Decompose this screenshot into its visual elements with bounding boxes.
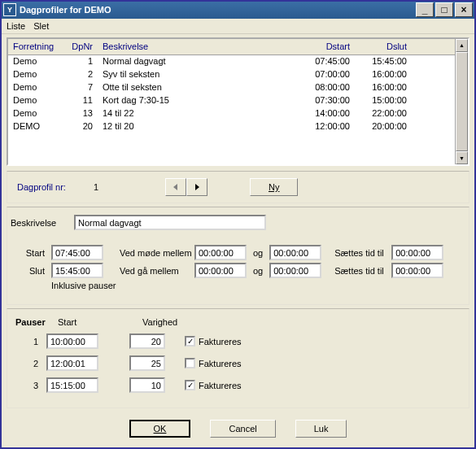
- cell-dstart: 07:45:00: [298, 55, 355, 68]
- table-row[interactable]: Demo7Otte til seksten08:00:0016:00:00: [8, 81, 455, 94]
- col-dslut[interactable]: Dslut: [355, 39, 412, 54]
- cell-dpnr: 2: [57, 68, 98, 81]
- dialog-window: Y Dagprofiler for DEMO _ □ × Liste Slet …: [0, 0, 476, 449]
- ga-from-input[interactable]: [194, 263, 247, 278]
- faktureres-label: Faktureres: [199, 337, 242, 347]
- mode-to-input[interactable]: [269, 245, 321, 260]
- cell-dpnr: 13: [57, 107, 98, 120]
- ved-mode-label: Ved møde mellem: [120, 248, 194, 258]
- cell-dslut: 20:00:00: [355, 120, 412, 133]
- cell-dstart: 12:00:00: [298, 120, 355, 133]
- pauser-row: 2Faktureres: [15, 355, 461, 371]
- cell-beskrivelse: 12 til 20: [98, 120, 298, 133]
- cell-forretning: Demo: [8, 68, 57, 81]
- pauser-duration-input[interactable]: [129, 355, 165, 371]
- slut-label: Slut: [11, 266, 45, 276]
- menu-liste[interactable]: Liste: [7, 21, 25, 31]
- pauser-duration-input[interactable]: [129, 333, 165, 349]
- col-dpnr[interactable]: DpNr: [57, 39, 98, 54]
- og-label-1: og: [253, 248, 263, 258]
- col-beskrivelse[interactable]: Beskrivelse: [98, 39, 298, 54]
- pauser-number: 1: [15, 337, 38, 347]
- pauser-start-header: Start: [58, 317, 116, 327]
- table-row[interactable]: Demo2Syv til seksten07:00:0016:00:00: [8, 68, 455, 81]
- cell-dslut: 22:00:00: [355, 107, 412, 120]
- start-input[interactable]: [51, 245, 103, 260]
- pauser-number: 3: [15, 381, 38, 390]
- sattes-label-2: Sættes tid til: [334, 266, 391, 276]
- titlebar: Y Dagprofiler for DEMO _ □ ×: [2, 2, 474, 19]
- cell-beskrivelse: Kort dag 7:30-15: [98, 94, 298, 107]
- cell-dpnr: 20: [57, 120, 98, 133]
- nav-next-button[interactable]: [186, 178, 207, 196]
- start-label: Start: [11, 248, 45, 258]
- cell-forretning: Demo: [8, 55, 57, 68]
- pauser-number: 2: [15, 359, 38, 368]
- chevron-right-icon: [193, 183, 201, 191]
- pauser-duration-input[interactable]: [129, 377, 165, 393]
- faktureres-checkbox[interactable]: ✓: [185, 336, 195, 347]
- vertical-scrollbar[interactable]: ▲ ▼: [455, 39, 468, 164]
- cell-forretning: Demo: [8, 107, 57, 120]
- faktureres-checkbox[interactable]: [185, 358, 195, 368]
- cell-beskrivelse: 14 til 22: [98, 107, 298, 120]
- dagprofil-label: Dagprofil nr:: [17, 182, 89, 192]
- faktureres-checkbox[interactable]: ✓: [185, 380, 195, 390]
- close-button[interactable]: ×: [455, 2, 473, 17]
- window-title: Dagprofiler for DEMO: [20, 5, 414, 15]
- ved-ga-label: Ved gå mellem: [120, 266, 194, 276]
- grid-header: Forretning DpNr Beskrivelse Dstart Dslut: [8, 39, 455, 55]
- col-forretning[interactable]: Forretning: [8, 39, 57, 54]
- maximize-button[interactable]: □: [435, 2, 453, 17]
- cell-dpnr: 1: [57, 55, 98, 68]
- cell-forretning: DEMO: [8, 120, 57, 133]
- ny-button[interactable]: Ny: [250, 178, 298, 196]
- slut-input[interactable]: [51, 263, 103, 278]
- scroll-down-icon[interactable]: ▼: [456, 151, 468, 164]
- col-dstart[interactable]: Dstart: [298, 39, 355, 54]
- cell-beskrivelse: Syv til seksten: [98, 68, 298, 81]
- app-icon: Y: [3, 3, 16, 16]
- table-row[interactable]: DEMO2012 til 2012:00:0020:00:00: [8, 120, 455, 133]
- sattes-input-2[interactable]: [391, 263, 443, 278]
- cell-dslut: 15:00:00: [355, 94, 412, 107]
- table-row[interactable]: Demo1Normal dagvagt07:45:0015:45:00: [8, 55, 455, 68]
- mode-from-input[interactable]: [194, 245, 247, 260]
- scroll-up-icon[interactable]: ▲: [456, 39, 468, 52]
- svg-marker-0: [173, 184, 177, 190]
- chevron-left-icon: [172, 183, 180, 191]
- nav-prev-button[interactable]: [165, 178, 186, 196]
- pauser-start-input[interactable]: [46, 355, 98, 371]
- pauser-start-input[interactable]: [46, 377, 98, 393]
- pauser-start-input[interactable]: [46, 333, 98, 349]
- cell-dstart: 07:00:00: [298, 68, 355, 81]
- inklusive-pauser-label: Inklusive pauser: [51, 281, 116, 290]
- ok-button[interactable]: OK: [129, 420, 191, 438]
- menu-slet[interactable]: Slet: [33, 21, 49, 31]
- luk-button[interactable]: Luk: [295, 420, 347, 438]
- sattes-input-1[interactable]: [391, 245, 443, 260]
- cell-dpnr: 11: [57, 94, 98, 107]
- minimize-button[interactable]: _: [416, 2, 434, 17]
- faktureres-label: Faktureres: [199, 381, 242, 390]
- beskrivelse-input[interactable]: [74, 215, 266, 230]
- pauser-title: Pauser: [15, 317, 46, 327]
- menubar: Liste Slet: [2, 19, 474, 34]
- button-bar: OK Cancel Luk: [2, 410, 474, 447]
- pauser-section: Pauser Start Varighed 1✓Faktureres2Faktu…: [7, 308, 469, 408]
- faktureres-label: Faktureres: [199, 359, 242, 368]
- cell-forretning: Demo: [8, 94, 57, 107]
- og-label-2: og: [253, 266, 263, 276]
- cell-dpnr: 7: [57, 81, 98, 94]
- detail-form: Beskrivelse Start Ved møde mellem og Sæt…: [7, 207, 469, 305]
- dagprofil-value: 1: [94, 182, 110, 192]
- table-row[interactable]: Demo1314 til 2214:00:0022:00:00: [8, 107, 455, 120]
- ga-to-input[interactable]: [269, 263, 321, 278]
- cell-dstart: 14:00:00: [298, 107, 355, 120]
- cell-dstart: 07:30:00: [298, 94, 355, 107]
- svg-marker-1: [195, 184, 199, 190]
- pauser-row: 1✓Faktureres: [15, 333, 461, 349]
- cancel-button[interactable]: Cancel: [210, 420, 275, 438]
- table-row[interactable]: Demo11Kort dag 7:30-1507:30:0015:00:00: [8, 94, 455, 107]
- cell-dslut: 16:00:00: [355, 81, 412, 94]
